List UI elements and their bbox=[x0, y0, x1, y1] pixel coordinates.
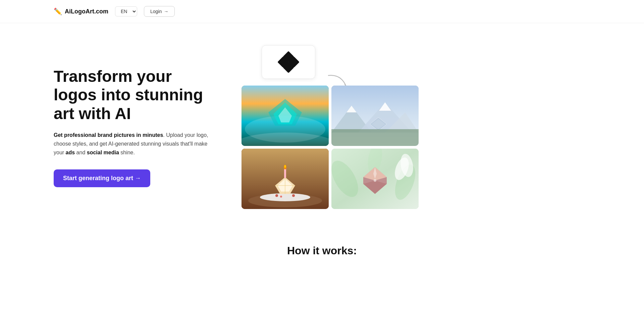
logo-text: AiLogoArt.com bbox=[65, 8, 108, 15]
mountain-overlay bbox=[331, 86, 419, 146]
login-arrow-icon: → bbox=[164, 9, 168, 14]
hero-desc-ads: ads bbox=[66, 150, 75, 155]
navbar: ✏️ AiLogoArt.com EN Login → bbox=[0, 0, 644, 23]
how-it-works-section: How it works: bbox=[0, 224, 644, 270]
svg-point-30 bbox=[280, 196, 282, 198]
svg-point-27 bbox=[284, 165, 286, 168]
gem-overlay bbox=[331, 149, 419, 209]
hero-section: Transform your logos into stunning art w… bbox=[0, 23, 644, 224]
svg-point-28 bbox=[275, 194, 278, 197]
svg-point-20 bbox=[260, 193, 310, 201]
hero-right bbox=[241, 45, 590, 209]
svg-point-41 bbox=[374, 179, 376, 182]
language-selector[interactable]: EN bbox=[115, 6, 137, 16]
image-grid bbox=[241, 86, 419, 209]
svg-rect-17 bbox=[331, 129, 419, 146]
logo-icon: ✏️ bbox=[54, 7, 62, 15]
svg-rect-25 bbox=[284, 169, 286, 178]
hero-left: Transform your logos into stunning art w… bbox=[54, 67, 215, 187]
login-button[interactable]: Login → bbox=[144, 6, 175, 17]
hero-desc-bold1: Get professional brand pictures in minut… bbox=[54, 132, 163, 138]
how-it-works-title: How it works: bbox=[54, 245, 590, 257]
logo-source-card bbox=[262, 45, 315, 79]
diamond-logo-icon bbox=[278, 51, 299, 73]
wave-overlay bbox=[241, 86, 329, 146]
hero-desc-social: social media bbox=[87, 150, 119, 155]
svg-point-29 bbox=[292, 194, 295, 197]
image-wave bbox=[241, 86, 329, 146]
nav-logo[interactable]: ✏️ AiLogoArt.com bbox=[54, 7, 108, 15]
image-mountain bbox=[331, 86, 419, 146]
cta-button[interactable]: Start generating logo art → bbox=[54, 169, 150, 187]
image-candle bbox=[241, 149, 329, 209]
hero-title: Transform your logos into stunning art w… bbox=[54, 67, 215, 123]
login-label: Login bbox=[150, 9, 162, 14]
hero-description: Get professional brand pictures in minut… bbox=[54, 131, 215, 157]
candle-overlay bbox=[241, 149, 329, 209]
image-gem bbox=[331, 149, 419, 209]
